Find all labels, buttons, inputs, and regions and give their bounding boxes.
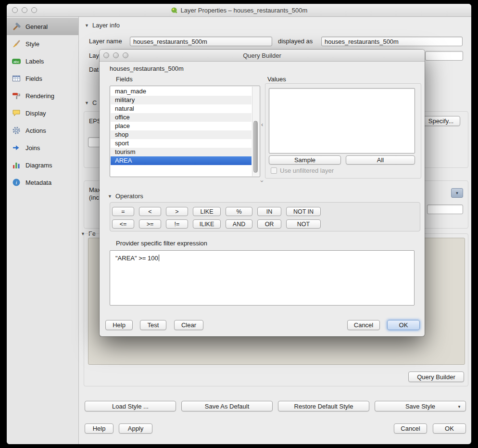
paintbrush-icon (12, 39, 21, 48)
gear-icon (12, 126, 21, 135)
layer-name-label: Layer name (89, 37, 122, 46)
specify-crs-button[interactable]: Specify... (422, 116, 460, 126)
collapse-triangle-icon[interactable]: ▼ (108, 194, 112, 199)
scale-dropdown-fragment[interactable]: ▼ (451, 188, 463, 198)
operator-button[interactable]: ILIKE (193, 219, 221, 229)
layer-info-section-header[interactable]: ▼ Layer info (85, 22, 120, 29)
test-button[interactable]: Test (140, 320, 166, 330)
save-as-default-button[interactable]: Save As Default (181, 401, 273, 411)
dialog-ok-button[interactable]: OK (387, 320, 420, 330)
operator-button[interactable]: <= (112, 219, 134, 229)
splitter-chevron-icon[interactable]: ‹ (258, 180, 265, 182)
dialog-help-button[interactable]: Help (105, 320, 133, 330)
sidebar-item-label: General (25, 23, 48, 30)
operator-button[interactable]: NOT IN (286, 207, 321, 216)
sidebar-item-joins[interactable]: Joins (7, 139, 78, 156)
window-titlebar[interactable]: Layer Properties – houses_restaurants_50… (7, 4, 471, 17)
sidebar-item-label: Rendering (25, 92, 54, 100)
filter-expression-label: Provider specific filter expression (116, 240, 207, 247)
sidebar-item-display[interactable]: Display (7, 104, 78, 122)
save-style-button[interactable]: Save Style ▼ (375, 401, 466, 411)
field-item[interactable]: man_made (111, 87, 252, 96)
load-style-button[interactable]: Load Style ... (85, 401, 176, 411)
sidebar-item-style[interactable]: Style (7, 35, 78, 52)
sidebar-item-rendering[interactable]: Rendering (7, 87, 78, 104)
splitter-chevron-icon[interactable]: ‹ (261, 121, 263, 128)
scrollbar-thumb[interactable] (253, 121, 258, 173)
layer-source-label-partial: Lay (89, 51, 99, 61)
operator-button[interactable]: OR (257, 219, 281, 229)
operator-button[interactable]: < (139, 207, 161, 216)
ok-button[interactable]: OK (433, 423, 466, 434)
displayed-as-input[interactable]: houses_restaurants_500m (321, 37, 463, 46)
all-button[interactable]: All (346, 155, 415, 165)
crs-button-fragment[interactable] (88, 137, 100, 147)
values-label: Values (267, 76, 286, 83)
sidebar-item-labels[interactable]: abc Labels (7, 52, 78, 70)
fields-scrollbar[interactable] (252, 87, 259, 176)
layer-source-input-fragment[interactable] (425, 51, 463, 61)
dialog-title: Query Builder (100, 50, 425, 61)
operator-button[interactable]: % (226, 207, 252, 216)
field-item[interactable]: military (111, 96, 252, 104)
fields-list[interactable]: man_made military natural office place s… (110, 86, 260, 177)
qgis-logo-icon (171, 7, 178, 14)
sidebar-item-actions[interactable]: Actions (7, 122, 78, 139)
operator-button[interactable]: > (166, 207, 188, 216)
sidebar-item-fields[interactable]: Fields (7, 70, 78, 87)
sidebar-item-label: Actions (25, 127, 46, 134)
dialog-layer-name: houses_restaurants_500m (110, 65, 184, 72)
apply-button[interactable]: Apply (119, 423, 152, 434)
field-item[interactable]: sport (111, 139, 252, 148)
dialog-cancel-button[interactable]: Cancel (347, 320, 380, 330)
screen: Layer Properties – houses_restaurants_50… (0, 0, 478, 448)
values-list[interactable] (269, 88, 415, 154)
displayed-as-label: displayed as (278, 37, 313, 46)
operator-button[interactable]: NOT (286, 219, 321, 229)
sidebar-item-diagrams[interactable]: Diagrams (7, 156, 78, 174)
field-item-selected[interactable]: AREA (111, 156, 252, 165)
collapse-triangle-icon[interactable]: ▼ (85, 101, 89, 105)
sidebar-item-label: Labels (25, 58, 44, 65)
sidebar-item-label: Style (25, 40, 39, 48)
text-cursor (159, 255, 160, 261)
fields-rows: man_made military natural office place s… (111, 87, 252, 165)
layer-name-input[interactable]: houses_restaurants_500m (130, 37, 272, 46)
use-unfiltered-label: Use unfiltered layer (280, 167, 334, 174)
field-item[interactable]: natural (111, 104, 252, 113)
section-title: Layer info (92, 22, 120, 29)
cancel-button[interactable]: Cancel (394, 423, 427, 434)
use-unfiltered-checkbox[interactable] (271, 167, 277, 174)
operator-button[interactable]: != (166, 219, 188, 229)
svg-text:abc: abc (13, 60, 19, 64)
sidebar-item-general[interactable]: General (7, 18, 78, 35)
operator-button[interactable]: = (112, 207, 134, 216)
operator-button[interactable]: IN (257, 207, 281, 216)
field-item[interactable]: tourism (111, 148, 252, 156)
field-item[interactable]: place (111, 122, 252, 130)
operators-row-1: = < > LIKE % IN NOT IN (112, 207, 420, 216)
crs-section-header[interactable]: ▼ C (85, 99, 97, 106)
operators-label: Operators (115, 192, 143, 200)
filter-expression-input[interactable]: "AREA" >= 100 (110, 250, 415, 306)
operators-section-header[interactable]: ▼ Operators (108, 192, 143, 200)
operator-button[interactable]: AND (226, 219, 252, 229)
help-button[interactable]: Help (85, 423, 113, 434)
dialog-titlebar[interactable]: Query Builder (100, 50, 425, 62)
query-builder-button[interactable]: Query Builder (408, 371, 464, 382)
clear-button[interactable]: Clear (174, 320, 203, 330)
field-item[interactable]: office (111, 113, 252, 122)
operators-panel: = < > LIKE % IN NOT IN <= >= != ILIKE AN… (110, 202, 420, 231)
inclusive-label-partial: (inc (89, 193, 99, 203)
scale-input-fragment[interactable] (427, 205, 463, 214)
operator-button[interactable]: LIKE (193, 207, 221, 216)
window-title: Layer Properties – houses_restaurants_50… (7, 4, 471, 16)
query-builder-dialog: Query Builder houses_restaurants_500m Fi… (100, 50, 425, 336)
join-arrow-icon (12, 143, 21, 152)
sidebar-item-metadata[interactable]: i Metadata (7, 174, 78, 191)
operator-button[interactable]: >= (139, 219, 161, 229)
collapse-triangle-icon[interactable]: ▼ (85, 23, 89, 28)
restore-default-style-button[interactable]: Restore Default Style (278, 401, 369, 411)
sample-button[interactable]: Sample (269, 155, 341, 165)
field-item[interactable]: shop (111, 130, 252, 139)
